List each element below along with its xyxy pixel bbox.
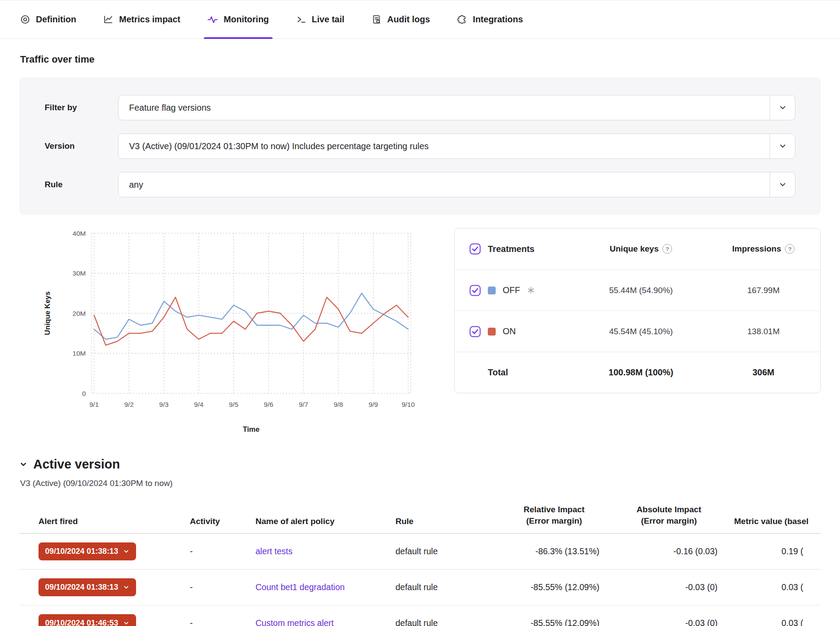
frozen-icon xyxy=(527,287,535,294)
active-version-section: Active version V3 (Active) (09/10/2024 0… xyxy=(19,457,821,488)
alert-activity: - xyxy=(190,546,256,556)
off-impressions: 167.99M xyxy=(707,286,820,295)
alert-policy-link[interactable]: Count bet1 degradation xyxy=(256,582,345,592)
active-version-toggle[interactable]: Active version xyxy=(19,457,821,472)
chevron-down-icon[interactable] xyxy=(770,95,795,120)
alert-row: 09/10/2024 01:46:53 - Custom metrics ale… xyxy=(19,605,821,626)
alert-absolute-impact: -0.16 (0.03) xyxy=(610,546,728,556)
page-title: Traffic over time xyxy=(20,54,840,65)
treatment-on-checkbox[interactable] xyxy=(469,326,481,337)
activity-header: Activity xyxy=(190,517,256,526)
alert-rule: default rule xyxy=(396,618,498,626)
rule-row: Rule any xyxy=(45,172,795,197)
definition-icon xyxy=(20,14,30,24)
alert-fired-badge[interactable]: 09/10/2024 01:46:53 xyxy=(38,614,136,626)
alert-row: 09/10/2024 01:38:13 - alert tests defaul… xyxy=(19,534,821,570)
treatments-panel: Treatments Unique keys ? Impressions ? xyxy=(454,228,821,393)
treatments-column-header: Treatments xyxy=(488,244,535,254)
svg-text:9/4: 9/4 xyxy=(194,401,204,408)
monitoring-page: Definition Metrics impact Monitoring Liv… xyxy=(0,0,840,626)
treatment-name: OFF xyxy=(503,285,520,295)
total-label: Total xyxy=(488,367,508,378)
chevron-down-icon[interactable] xyxy=(770,172,795,197)
svg-text:Unique Keys: Unique Keys xyxy=(43,291,51,335)
tab-metrics-impact[interactable]: Metrics impact xyxy=(103,0,180,38)
svg-text:9/7: 9/7 xyxy=(299,401,308,408)
alert-relative-impact: -86.3% (13.51%) xyxy=(498,546,610,556)
active-version-title: Active version xyxy=(33,457,120,472)
help-icon[interactable]: ? xyxy=(662,244,672,254)
tab-live-tail[interactable]: Live tail xyxy=(296,0,344,38)
alert-activity: - xyxy=(190,582,256,592)
chevron-down-icon[interactable] xyxy=(770,134,795,158)
chevron-down-icon xyxy=(19,460,28,469)
version-value: V3 (Active) (09/01/2024 01:30PM to now) … xyxy=(119,141,770,151)
version-row: Version V3 (Active) (09/01/2024 01:30PM … xyxy=(45,133,795,159)
treatment-off-checkbox[interactable] xyxy=(469,285,481,296)
treatment-name: ON xyxy=(503,326,516,336)
svg-text:9/9: 9/9 xyxy=(368,401,378,408)
filter-by-label: Filter by xyxy=(45,103,118,112)
alert-policy-link[interactable]: Custom metrics alert xyxy=(256,618,334,626)
chevron-down-icon xyxy=(123,584,130,591)
svg-text:10M: 10M xyxy=(73,350,86,357)
traffic-section: 010M20M30M40M9/19/29/39/49/59/69/79/89/9… xyxy=(19,227,821,436)
off-unique-keys: 55.44M (54.90%) xyxy=(575,286,707,295)
filter-by-select[interactable]: Feature flag versions xyxy=(118,95,795,120)
tab-definition[interactable]: Definition xyxy=(20,0,76,38)
alert-policy-link[interactable]: alert tests xyxy=(256,546,293,556)
svg-text:9/2: 9/2 xyxy=(124,401,134,408)
traffic-chart: 010M20M30M40M9/19/29/39/49/59/69/79/89/9… xyxy=(19,227,435,436)
svg-text:9/1: 9/1 xyxy=(89,401,99,408)
treatments-total-row: Total 100.98M (100%) 306M xyxy=(455,352,820,393)
tab-label: Metrics impact xyxy=(119,14,180,24)
alert-fired-badge[interactable]: 09/10/2024 01:38:13 xyxy=(38,542,136,560)
tab-label: Definition xyxy=(36,14,76,24)
on-impressions: 138.01M xyxy=(707,327,820,336)
tab-label: Integrations xyxy=(473,14,523,24)
tab-audit-logs[interactable]: Audit logs xyxy=(371,0,430,38)
metrics-impact-icon xyxy=(103,14,113,24)
svg-text:40M: 40M xyxy=(73,230,86,237)
total-unique-keys: 100.98M (100%) xyxy=(575,367,707,378)
treatment-row-on: ON 45.54M (45.10%) 138.01M xyxy=(455,311,820,352)
alert-fired-header: Alert fired xyxy=(19,517,190,526)
svg-text:9/6: 9/6 xyxy=(264,401,273,408)
alert-row: 09/10/2024 01:38:13 - Count bet1 degrada… xyxy=(19,570,821,605)
tab-label: Live tail xyxy=(312,14,344,24)
alert-rule: default rule xyxy=(396,582,498,592)
tab-integrations[interactable]: Integrations xyxy=(457,0,523,38)
integrations-icon xyxy=(457,14,467,24)
on-series-swatch xyxy=(488,328,496,336)
metric-value-header: Metric value (basel xyxy=(728,517,821,526)
alert-metric-value: 0.19 ( xyxy=(728,546,821,556)
filter-by-value: Feature flag versions xyxy=(119,103,770,113)
treatments-select-all-checkbox[interactable] xyxy=(469,243,481,255)
active-version-subtitle: V3 (Active) (09/10/2024 01:30PM to now) xyxy=(20,479,821,488)
impressions-column-header: Impressions xyxy=(732,244,781,254)
live-tail-icon xyxy=(296,14,306,24)
svg-text:9/3: 9/3 xyxy=(159,401,169,408)
treatments-header-row: Treatments Unique keys ? Impressions ? xyxy=(455,228,820,269)
svg-text:20M: 20M xyxy=(73,310,86,317)
rule-select[interactable]: any xyxy=(118,172,795,197)
alert-metric-value: 0.03 ( xyxy=(728,582,821,592)
tab-bar: Definition Metrics impact Monitoring Liv… xyxy=(0,0,840,39)
svg-text:Time: Time xyxy=(243,425,259,433)
on-unique-keys: 45.54M (45.10%) xyxy=(575,327,707,336)
filter-by-row: Filter by Feature flag versions xyxy=(45,95,795,120)
svg-text:0: 0 xyxy=(82,390,86,397)
version-select[interactable]: V3 (Active) (09/01/2024 01:30PM to now) … xyxy=(118,133,795,159)
alert-fired-badge[interactable]: 09/10/2024 01:38:13 xyxy=(38,578,136,596)
rule-label: Rule xyxy=(45,180,118,189)
off-series-swatch xyxy=(488,287,496,294)
alert-relative-impact: -85.55% (12.09%) xyxy=(498,582,610,592)
tab-monitoring[interactable]: Monitoring xyxy=(207,0,269,38)
unique-keys-column-header: Unique keys xyxy=(610,244,659,254)
alert-activity: - xyxy=(190,618,256,626)
alert-absolute-impact: -0.03 (0) xyxy=(610,582,728,592)
monitoring-icon xyxy=(207,14,218,25)
help-icon[interactable]: ? xyxy=(785,244,794,254)
chevron-down-icon xyxy=(123,620,130,626)
svg-text:9/8: 9/8 xyxy=(334,401,343,408)
